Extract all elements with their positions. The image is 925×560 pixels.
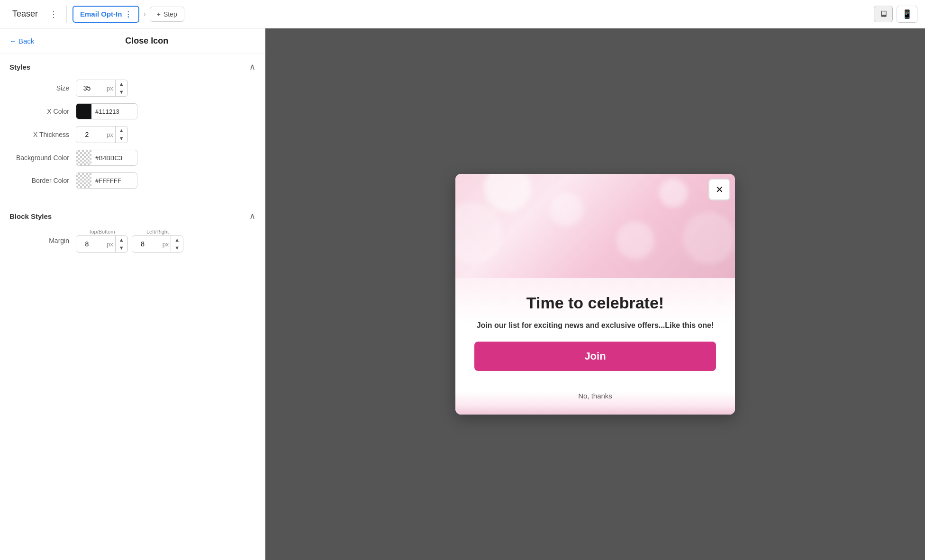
styles-section: Styles ∧ Size px ▲ ▼ X Color (0, 54, 265, 203)
size-unit: px (105, 85, 115, 92)
margin-label: Margin (9, 237, 76, 244)
right-preview-panel: ✕ Time to celebrate! Join our list for e… (265, 28, 925, 560)
block-styles-title: Block Styles (9, 212, 52, 220)
top-bottom-decrement-button[interactable]: ▼ (116, 244, 127, 252)
nav-mobile-device-button[interactable]: 📱 (897, 6, 917, 23)
popup-headline: Time to celebrate! (474, 293, 716, 313)
border-color-label: Border Color (9, 177, 76, 184)
popup-close-button[interactable]: ✕ (708, 179, 730, 200)
background-color-row: Background Color (9, 150, 255, 166)
popup-modal-preview: ✕ Time to celebrate! Join our list for e… (455, 174, 735, 415)
top-bottom-input[interactable] (76, 236, 105, 252)
size-input-group: px ▲ ▼ (76, 80, 128, 97)
top-bottom-stepper: ▲ ▼ (115, 236, 127, 252)
block-styles-section: Block Styles ∧ Margin Top/Bottom px ▲ (0, 203, 265, 260)
left-right-sublabel: Left/Right (132, 229, 184, 235)
back-arrow-icon: ← (9, 37, 17, 45)
back-label: Back (18, 37, 34, 45)
popup-no-thanks-link[interactable]: No, thanks (578, 392, 612, 400)
border-color-text-input[interactable] (91, 174, 134, 187)
top-nav: Teaser ⋮ Email Opt-In ⋮ › + Step 🖥 📱 (0, 0, 925, 28)
popup-subtext: Join our list for exciting news and excl… (474, 320, 716, 331)
x-thickness-stepper: ▲ ▼ (115, 126, 127, 143)
left-right-increment-button[interactable]: ▲ (171, 236, 183, 244)
main-layout: ← Back Close Icon Styles ∧ Size px ▲ ▼ (0, 28, 925, 560)
popup-bottom-area: No, thanks (455, 392, 735, 415)
popup-join-button[interactable]: Join (474, 342, 716, 371)
block-styles-collapse-button[interactable]: ∧ (249, 211, 255, 221)
nav-teaser-dots-button[interactable]: ⋮ (46, 7, 61, 21)
nav-arrow-icon: › (143, 10, 145, 18)
styles-section-header: Styles ∧ (9, 62, 255, 72)
nav-email-optin-button[interactable]: Email Opt-In ⋮ (73, 6, 139, 23)
margin-left-right-group: Left/Right px ▲ ▼ (132, 229, 184, 253)
border-color-row: Border Color (9, 172, 255, 189)
x-thickness-row: X Thickness px ▲ ▼ (9, 126, 255, 143)
left-right-stepper: ▲ ▼ (171, 236, 183, 252)
border-color-swatch[interactable] (76, 173, 91, 188)
popup-hero (455, 174, 735, 278)
nav-email-optin-dots: ⋮ (125, 10, 132, 18)
x-color-swatch[interactable] (76, 104, 91, 119)
margin-row: Margin Top/Bottom px ▲ ▼ (9, 229, 255, 253)
top-bottom-sublabel: Top/Bottom (76, 229, 128, 235)
popup-content: Time to celebrate! Join our list for exc… (455, 278, 735, 392)
top-bottom-increment-button[interactable]: ▲ (116, 236, 127, 244)
close-x-icon: ✕ (716, 184, 724, 195)
x-color-input-group (76, 103, 137, 119)
background-color-input-group (76, 150, 137, 166)
x-color-text-input[interactable] (91, 105, 134, 118)
nav-add-step-button[interactable]: + Step (150, 7, 184, 22)
nav-divider (66, 6, 67, 23)
left-panel: ← Back Close Icon Styles ∧ Size px ▲ ▼ (0, 28, 265, 560)
panel-header: ← Back Close Icon (0, 28, 265, 54)
nav-step-label: Step (163, 10, 177, 18)
margin-inputs: Top/Bottom px ▲ ▼ Left/Right (76, 229, 183, 253)
background-color-swatch[interactable] (76, 150, 91, 165)
x-thickness-unit: px (105, 131, 115, 138)
left-right-decrement-button[interactable]: ▼ (171, 244, 183, 252)
size-row: Size px ▲ ▼ (9, 80, 255, 97)
left-right-input[interactable] (132, 236, 161, 252)
nav-step-plus-icon: + (157, 10, 161, 18)
nav-email-optin-label: Email Opt-In (80, 10, 122, 18)
styles-section-title: Styles (9, 63, 30, 71)
top-bottom-input-group: px ▲ ▼ (76, 235, 128, 253)
x-thickness-label: X Thickness (9, 131, 76, 138)
x-color-row: X Color (9, 103, 255, 119)
block-styles-header: Block Styles ∧ (9, 211, 255, 221)
styles-section-collapse-button[interactable]: ∧ (249, 62, 255, 72)
margin-top-bottom-group: Top/Bottom px ▲ ▼ (76, 229, 128, 253)
left-right-unit: px (161, 241, 171, 248)
x-thickness-decrement-button[interactable]: ▼ (116, 135, 127, 143)
panel-title: Close Icon (38, 36, 255, 46)
nav-teaser-label: Teaser (8, 6, 43, 22)
x-thickness-increment-button[interactable]: ▲ (116, 126, 127, 135)
background-color-label: Background Color (9, 154, 76, 162)
size-increment-button[interactable]: ▲ (116, 80, 127, 88)
size-stepper: ▲ ▼ (115, 80, 127, 96)
nav-desktop-device-button[interactable]: 🖥 (874, 6, 893, 22)
x-thickness-input[interactable] (76, 127, 105, 142)
size-label: Size (9, 84, 76, 92)
size-input[interactable] (76, 81, 105, 96)
left-right-input-group: px ▲ ▼ (132, 235, 184, 253)
border-color-input-group (76, 172, 137, 189)
x-color-label: X Color (9, 108, 76, 115)
background-color-text-input[interactable] (91, 152, 134, 164)
size-decrement-button[interactable]: ▼ (116, 88, 127, 96)
popup-close-area: ✕ (708, 179, 730, 200)
back-button[interactable]: ← Back (9, 37, 34, 45)
x-thickness-input-group: px ▲ ▼ (76, 126, 128, 143)
top-bottom-unit: px (105, 241, 115, 248)
